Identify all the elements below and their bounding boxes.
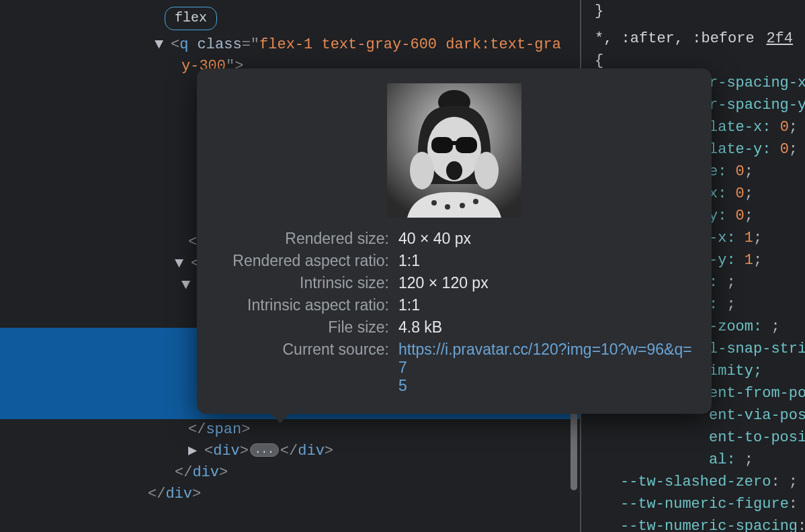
svg-point-11 [445, 204, 450, 210]
disclosure-triangle-down-icon[interactable]: ▼ [175, 253, 187, 275]
tooltip-row-label: Rendered aspect ratio: [216, 252, 389, 270]
tooltip-row-value: 4.8 kB [398, 318, 693, 337]
svg-rect-4 [431, 137, 453, 153]
tooltip-source-label: Current source: [216, 341, 389, 395]
svg-point-10 [431, 200, 437, 206]
dom-node-div-close[interactable]: </div> [175, 462, 580, 484]
tooltip-row-value: 120 × 120 px [398, 274, 693, 292]
css-declaration[interactable]: ent-to-posi [595, 427, 805, 449]
svg-rect-5 [456, 137, 477, 153]
tooltip-pointer [271, 414, 290, 423]
disclosure-triangle-right-icon[interactable]: ▶ [188, 441, 200, 462]
svg-point-8 [410, 152, 434, 189]
tooltip-row-value: 1:1 [398, 252, 693, 270]
tooltip-row-value: 40 × 40 px [398, 230, 693, 248]
disclosure-triangle-down-icon[interactable]: ▼ [155, 34, 167, 56]
tooltip-row-value: 1:1 [398, 296, 693, 314]
tooltip-row-label: File size: [216, 318, 389, 337]
css-file-ref[interactable]: 2f4 [766, 28, 793, 50]
tooltip-source-url[interactable]: https://i.pravatar.cc/120?img=10?w=96&q=… [398, 341, 693, 395]
tooltip-row-label: Intrinsic size: [216, 274, 389, 292]
css-brace-close: } [595, 0, 805, 22]
svg-point-12 [460, 203, 465, 208]
dom-node-div-collapsed[interactable]: ▶<div>...</div> [188, 441, 580, 462]
dom-node-div-close-2[interactable]: </div> [148, 484, 580, 505]
dom-node-span-close[interactable]: </span> [188, 419, 580, 441]
css-declaration[interactable]: --tw-slashed-zero: ; [595, 471, 805, 493]
css-selector[interactable]: *, :after, :before [595, 30, 755, 47]
tooltip-row-label: Rendered size: [216, 230, 389, 248]
css-declaration[interactable]: al: ; [595, 449, 805, 471]
css-declaration[interactable]: --tw-numeric-spacing: [595, 515, 805, 532]
svg-rect-6 [452, 141, 457, 145]
tooltip-row-label: Intrinsic aspect ratio: [216, 296, 389, 314]
image-info-tooltip: Rendered size:40 × 40 pxRendered aspect … [197, 69, 712, 414]
ellipsis-pill[interactable]: ... [250, 443, 279, 457]
dom-node-q[interactable]: ▼<q class="flex-1 text-gray-600 dark:tex… [155, 34, 580, 56]
layout-badge-flex[interactable]: flex [165, 7, 217, 30]
svg-point-13 [473, 199, 478, 204]
disclosure-triangle-down-icon[interactable]: ▼ [181, 275, 194, 296]
css-declaration[interactable]: --tw-numeric-figure: [595, 493, 805, 515]
svg-point-7 [446, 161, 462, 180]
image-preview-thumbnail [387, 83, 521, 218]
svg-point-9 [474, 152, 499, 189]
